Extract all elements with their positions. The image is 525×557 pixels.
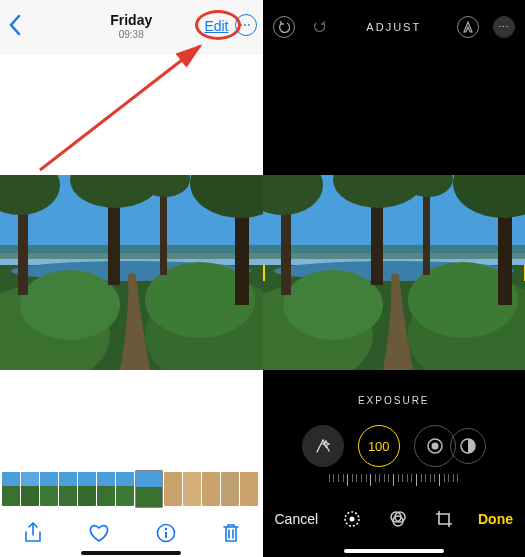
svg-rect-41 (165, 532, 167, 538)
svg-rect-31 (116, 472, 134, 486)
heart-icon[interactable] (88, 523, 110, 548)
svg-point-63 (350, 517, 355, 522)
viewer-header: Friday 09:38 Edit ⋯ (0, 0, 263, 54)
photo-editor-pane: ADJUST ⋯ (263, 0, 526, 557)
thumbnail[interactable] (202, 472, 220, 506)
home-indicator[interactable] (81, 551, 181, 555)
photo-date-title: Friday 09:38 (110, 13, 152, 39)
thumbnail[interactable] (78, 472, 96, 506)
svg-point-60 (431, 443, 438, 450)
svg-rect-35 (183, 472, 201, 506)
back-button[interactable] (8, 14, 22, 42)
svg-rect-21 (21, 472, 39, 486)
adjust-tab-icon[interactable] (342, 509, 362, 529)
thumbnail[interactable] (21, 472, 39, 506)
svg-rect-36 (202, 472, 220, 506)
thumbnail[interactable] (240, 472, 258, 506)
thumbnail[interactable] (164, 472, 182, 506)
svg-rect-34 (164, 472, 182, 506)
info-icon[interactable] (156, 523, 176, 548)
svg-rect-19 (2, 472, 20, 486)
editor-header: ADJUST ⋯ (263, 0, 526, 54)
thumbnail[interactable] (40, 472, 58, 506)
editor-footer: Cancel Done (263, 499, 526, 539)
redo-icon[interactable] (309, 16, 331, 38)
filters-tab-icon[interactable] (388, 509, 408, 529)
svg-rect-33 (136, 471, 163, 487)
svg-rect-37 (221, 472, 239, 506)
svg-rect-29 (97, 472, 115, 486)
exposure-value: 100 (368, 439, 390, 454)
crop-handle-left[interactable] (263, 265, 265, 281)
highlights-dial[interactable] (450, 428, 486, 464)
more-options-button[interactable]: ⋯ (235, 14, 257, 36)
svg-rect-27 (78, 472, 96, 486)
ellipsis-icon: ⋯ (239, 18, 252, 32)
svg-point-40 (165, 527, 167, 529)
done-button[interactable]: Done (478, 511, 513, 527)
more-icon[interactable]: ⋯ (493, 16, 515, 38)
trash-icon[interactable] (222, 522, 240, 549)
svg-rect-23 (40, 472, 58, 486)
thumbnail-selected[interactable] (135, 470, 163, 508)
photos-viewer-pane: Friday 09:38 Edit ⋯ (0, 0, 263, 557)
auto-enhance-dial[interactable] (302, 425, 344, 467)
svg-point-8 (20, 270, 120, 340)
svg-point-49 (283, 270, 383, 340)
edit-button[interactable]: Edit (204, 18, 228, 34)
thumbnail[interactable] (116, 472, 134, 506)
exposure-dial[interactable]: 100 (358, 425, 400, 467)
thumbnail[interactable] (59, 472, 77, 506)
editor-mode-tabs (342, 509, 454, 529)
svg-rect-38 (240, 472, 258, 506)
svg-rect-46 (263, 245, 526, 259)
thumbnail[interactable] (221, 472, 239, 506)
editor-photo[interactable] (263, 175, 526, 370)
cancel-button[interactable]: Cancel (275, 511, 319, 527)
main-photo[interactable] (0, 175, 263, 370)
adjustment-name-label: EXPOSURE (263, 395, 526, 406)
thumbnail[interactable] (183, 472, 201, 506)
crop-tab-icon[interactable] (434, 509, 454, 529)
day-label: Friday (110, 13, 152, 28)
markup-icon[interactable] (457, 16, 479, 38)
undo-icon[interactable] (273, 16, 295, 38)
thumbnail[interactable] (2, 472, 20, 506)
editor-mode-title: ADJUST (366, 21, 421, 33)
adjustment-ruler[interactable] (329, 474, 459, 488)
adjustment-dials[interactable]: 100 (263, 418, 526, 474)
svg-rect-25 (59, 472, 77, 486)
share-icon[interactable] (23, 522, 43, 549)
home-indicator[interactable] (344, 549, 444, 553)
thumbnail-strip[interactable] (0, 469, 263, 509)
svg-rect-5 (0, 245, 263, 259)
thumbnail[interactable] (97, 472, 115, 506)
time-label: 09:38 (110, 29, 152, 40)
